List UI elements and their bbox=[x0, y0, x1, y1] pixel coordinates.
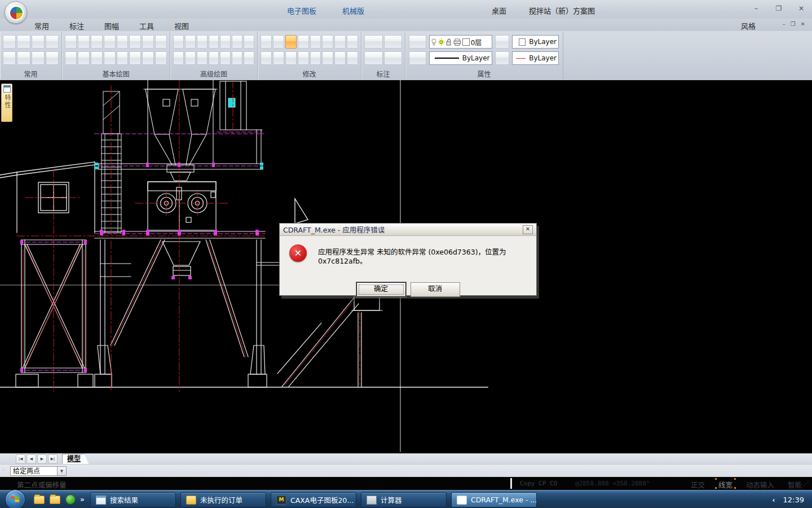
ribbon-button[interactable] bbox=[209, 35, 219, 49]
ribbon-button[interactable] bbox=[3, 35, 16, 49]
quicklaunch-browser-icon[interactable] bbox=[65, 494, 76, 505]
ribbon-button[interactable] bbox=[197, 51, 208, 65]
taskbar-clock[interactable]: 12:39 bbox=[783, 496, 804, 504]
menu-tab[interactable]: 标注 bbox=[68, 20, 86, 31]
ribbon-button[interactable] bbox=[220, 51, 231, 65]
ribbon-button[interactable] bbox=[65, 51, 77, 65]
ribbon-button[interactable] bbox=[209, 51, 219, 65]
taskbar-button[interactable]: 未执行的订单 bbox=[180, 492, 266, 507]
ribbon-button[interactable] bbox=[142, 51, 154, 65]
ribbon-button[interactable] bbox=[347, 51, 358, 65]
minimize-button[interactable]: – bbox=[752, 5, 760, 12]
ribbon-button[interactable] bbox=[17, 35, 30, 49]
ribbon-button[interactable] bbox=[65, 35, 77, 49]
ribbon-button[interactable] bbox=[261, 51, 272, 65]
ribbon-button[interactable] bbox=[364, 51, 383, 65]
taskbar-button[interactable]: 计算器 bbox=[361, 492, 447, 507]
ribbon-button[interactable] bbox=[364, 35, 383, 49]
quicklaunch-folder-icon[interactable] bbox=[34, 496, 45, 504]
ribbon-button[interactable] bbox=[273, 51, 284, 65]
ribbon-button[interactable] bbox=[232, 35, 242, 49]
ok-button[interactable]: 确定 bbox=[356, 282, 406, 297]
ribbon-button[interactable] bbox=[298, 35, 309, 49]
desktop-label[interactable]: 桌面 bbox=[492, 5, 506, 16]
ribbon-button[interactable] bbox=[104, 35, 116, 49]
close-button[interactable]: ✕ bbox=[797, 5, 805, 12]
properties-palette-tab[interactable]: 特性 bbox=[1, 84, 12, 122]
layer-tool-button[interactable] bbox=[409, 35, 426, 49]
ribbon-button[interactable] bbox=[155, 51, 167, 65]
ribbon-button[interactable] bbox=[298, 51, 309, 65]
menu-tab[interactable]: 图幅 bbox=[103, 20, 121, 31]
ribbon-button[interactable] bbox=[78, 51, 90, 65]
ribbon-button[interactable] bbox=[173, 51, 184, 65]
quicklaunch-folder2-icon[interactable] bbox=[50, 496, 60, 504]
ribbon-button[interactable] bbox=[142, 35, 154, 49]
ribbon-button[interactable] bbox=[185, 35, 196, 49]
status-toggle[interactable]: 线宽 bbox=[717, 479, 734, 490]
ribbon-button[interactable] bbox=[273, 35, 284, 49]
ribbon-button[interactable] bbox=[244, 35, 254, 49]
ribbon-button[interactable] bbox=[220, 35, 231, 49]
tray-chevron-icon[interactable]: ‹ bbox=[772, 496, 775, 504]
ribbon-button[interactable] bbox=[78, 35, 90, 49]
prev-sheet-button[interactable]: ◀ bbox=[27, 454, 36, 464]
lineweight-combo[interactable]: ByLayer bbox=[512, 51, 559, 65]
linetype-tool-button[interactable] bbox=[409, 51, 426, 65]
resize-grip[interactable]: ⋰ bbox=[804, 480, 810, 487]
mdi-close-button[interactable]: ✕ bbox=[801, 21, 805, 27]
ribbon-button[interactable] bbox=[310, 35, 321, 49]
next-sheet-button[interactable]: ▶ bbox=[37, 454, 47, 464]
mdi-minimize-button[interactable]: – bbox=[783, 21, 785, 27]
ribbon-button[interactable] bbox=[347, 35, 358, 49]
ribbon-button[interactable] bbox=[32, 35, 45, 49]
ribbon-button[interactable] bbox=[173, 35, 184, 49]
ribbon-button[interactable] bbox=[244, 51, 254, 65]
ribbon-button[interactable] bbox=[384, 35, 403, 49]
ribbon-button[interactable] bbox=[322, 35, 333, 49]
ribbon-button[interactable] bbox=[129, 35, 141, 49]
app-logo-orb-icon[interactable] bbox=[5, 1, 27, 24]
taskbar-button[interactable]: 搜索结果 bbox=[90, 492, 176, 507]
ribbon-button[interactable] bbox=[285, 51, 297, 65]
status-toggle[interactable]: 动态输入 bbox=[744, 479, 776, 490]
error-dialog-titlebar[interactable]: CDRAFT_M.exe - 应用程序错误 ✕ bbox=[280, 224, 536, 236]
taskbar-button[interactable]: MCAXA电子图板20... bbox=[271, 492, 356, 507]
ribbon-button[interactable] bbox=[334, 35, 346, 49]
app-tab-electronic-board[interactable]: 电子图板 bbox=[285, 5, 319, 16]
app-tab-mechanical[interactable]: 机械版 bbox=[340, 5, 367, 16]
ribbon-button[interactable] bbox=[310, 51, 321, 65]
pane-divider[interactable] bbox=[510, 478, 512, 489]
ribbon-button[interactable] bbox=[155, 35, 167, 49]
ribbon-button[interactable] bbox=[129, 51, 141, 65]
menu-tab[interactable]: 常用 bbox=[33, 20, 51, 31]
ribbon-button[interactable] bbox=[117, 35, 129, 49]
ribbon-button[interactable] bbox=[91, 35, 103, 49]
status-toggle[interactable]: 智能 bbox=[786, 479, 804, 490]
ribbon-button[interactable] bbox=[261, 35, 272, 49]
mdi-restore-button[interactable]: ❐ bbox=[791, 21, 796, 27]
drawing-canvas[interactable]: 特性 CDRAFT_M.exe - 应用程序错误 ✕ 应用程序发生异常 未知的软… bbox=[0, 80, 812, 453]
start-button[interactable] bbox=[5, 489, 25, 508]
layer-combo[interactable]: 0层 bbox=[429, 35, 492, 49]
ribbon-button[interactable] bbox=[91, 51, 103, 65]
ribbon-button[interactable] bbox=[232, 51, 242, 65]
linetype-combo[interactable]: ByLayer bbox=[429, 51, 492, 65]
menu-tab[interactable]: 工具 bbox=[138, 20, 156, 31]
ribbon-button[interactable] bbox=[104, 51, 116, 65]
taskbar-button[interactable]: CDRAFT_M.exe - ... bbox=[451, 492, 537, 507]
dialog-close-button[interactable]: ✕ bbox=[523, 225, 533, 234]
ribbon-button[interactable] bbox=[32, 51, 45, 65]
last-sheet-button[interactable]: ▶| bbox=[48, 454, 58, 464]
maximize-button[interactable]: ❐ bbox=[775, 5, 783, 12]
ribbon-button[interactable] bbox=[334, 51, 346, 65]
chevron-down-icon[interactable]: ▼ bbox=[58, 466, 67, 476]
ribbon-button[interactable] bbox=[322, 51, 333, 65]
first-sheet-button[interactable]: |◀ bbox=[16, 454, 25, 464]
color-combo[interactable]: ByLayer bbox=[512, 35, 559, 49]
ribbon-button[interactable] bbox=[197, 35, 208, 49]
quicklaunch-overflow-chevron[interactable]: » bbox=[80, 496, 85, 503]
cancel-button[interactable]: 取消 bbox=[411, 282, 460, 297]
ribbon-button[interactable] bbox=[46, 51, 59, 65]
ribbon-button[interactable] bbox=[285, 35, 297, 49]
